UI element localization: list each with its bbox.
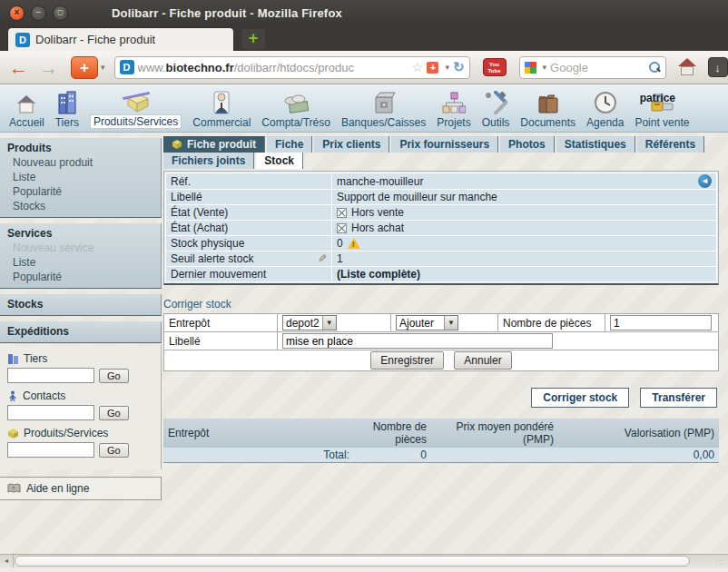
scroll-left-arrow-icon[interactable]: ◂ [0, 555, 14, 567]
search-engine-caret-icon[interactable]: ▾ [543, 63, 547, 72]
total-pmp [431, 448, 558, 463]
search-contacts-input[interactable] [7, 405, 94, 420]
search-tiers-input[interactable] [7, 368, 94, 383]
quantity-input[interactable] [610, 315, 712, 330]
sidebar-item-popularite-services[interactable]: Popularité [0, 270, 161, 284]
horizontal-scrollbar[interactable]: ◂ ∙∙∙∙∙∙ [0, 554, 728, 567]
new-tab-button[interactable]: + [241, 29, 265, 49]
minimize-window-icon[interactable]: − [31, 5, 46, 21]
sidebar-title-stocks[interactable]: Stocks [0, 297, 161, 311]
browser-tab-title: Dolibarr - Fiche produit [35, 33, 155, 46]
download-icon[interactable]: ↓ [708, 57, 728, 77]
youtube-icon[interactable]: You Tube [483, 58, 507, 76]
etat-achat-value: Hors achat [351, 222, 404, 234]
topmenu-compta[interactable]: Compta/Tréso [256, 87, 336, 129]
disabled-status-icon [337, 208, 347, 218]
scrollbar-thumb[interactable] [15, 556, 690, 567]
movement-label-input[interactable] [282, 333, 553, 349]
sidebar-block-stocks[interactable]: Stocks [0, 294, 162, 316]
search-placeholder[interactable]: Google [550, 61, 644, 74]
stock-label: Stock physique [166, 236, 332, 251]
browser-tab[interactable]: D Dolibarr - Fiche produit [7, 27, 234, 51]
home-icon[interactable] [677, 59, 697, 75]
tab-statistiques[interactable]: Statistiques [556, 136, 635, 153]
topmenu-banques[interactable]: Banques/Caisses [336, 87, 431, 129]
topmenu-documents[interactable]: Documents [515, 87, 581, 129]
logged-user-name[interactable]: patrice [640, 92, 675, 104]
help-online-label[interactable]: Aide en ligne [26, 482, 89, 495]
quick-add-caret-icon[interactable]: ▾ [101, 63, 105, 72]
safe-icon [372, 87, 396, 114]
search-products-input[interactable] [7, 442, 94, 458]
url-bar[interactable]: D www.biotechno.fr/dolibarr/htdocs/produ… [114, 56, 470, 79]
tab-stock[interactable]: Stock [256, 153, 303, 169]
liste-complete-link[interactable]: (Liste complète) [337, 268, 420, 281]
warehouse-select[interactable]: depot2 ▼ [282, 315, 337, 330]
tabs-row-2: Fichiers joints Stock [163, 153, 719, 169]
tab-prix-fournisseurs[interactable]: Prix fournisseurs [391, 136, 498, 153]
help-online[interactable]: ? Aide en ligne [0, 477, 162, 500]
tab-photos[interactable]: Photos [500, 136, 555, 153]
reload-icon[interactable]: ↻ [453, 59, 465, 75]
url-text[interactable]: www.biotechno.fr/dolibarr/htdocs/produc [138, 61, 408, 74]
tab-fichiers-joints[interactable]: Fichiers joints [163, 153, 254, 169]
search-products-go-button[interactable]: Go [99, 443, 129, 458]
search-tiers-label: Tiers [7, 350, 161, 367]
seuil-value: 1 [332, 251, 717, 267]
sidebar-item-nouveau-produit[interactable]: Nouveau produit [0, 155, 161, 170]
sidebar-title-expeditions[interactable]: Expéditions [0, 324, 161, 339]
cancel-button[interactable]: Annuler [454, 351, 511, 370]
save-button[interactable]: Enregistrer [370, 351, 444, 370]
previous-product-icon[interactable]: ◄ [698, 174, 712, 188]
google-favicon-icon [525, 62, 536, 74]
sidebar-item-stocks[interactable]: Stocks [0, 199, 161, 213]
topmenu-tiers[interactable]: Tiers [50, 87, 84, 129]
search-bar[interactable]: ▾ Google [519, 56, 666, 79]
topmenu-projets[interactable]: Projets [431, 87, 476, 129]
transfer-button[interactable]: Transférer [640, 388, 717, 408]
total-qty: 0 [354, 448, 431, 463]
edit-pencil-icon[interactable]: ✎ [318, 252, 327, 265]
close-window-icon[interactable]: × [9, 5, 25, 21]
url-dropdown-caret-icon[interactable]: ▾ [445, 63, 449, 72]
topmenu-agenda[interactable]: Agenda [581, 87, 629, 129]
correct-stock-form: Entrepôt depot2 ▼ Ajouter ▼ Nombre de [163, 313, 719, 371]
chevron-down-icon: ▼ [444, 316, 457, 330]
col-qty: Nombre de pièces [354, 419, 431, 448]
resize-grip-icon[interactable]: ∙∙∙∙∙∙ [716, 558, 725, 566]
sidebar-item-liste-services[interactable]: Liste [0, 255, 161, 270]
quick-add-button[interactable]: + [71, 56, 98, 79]
topmenu-commercial[interactable]: Commercial [187, 87, 256, 129]
action-buttons: Corriger stock Transférer [163, 388, 719, 408]
correct-stock-title: Corriger stock [163, 298, 719, 311]
search-tiers-go-button[interactable]: Go [99, 369, 129, 383]
movement-type-select[interactable]: Ajouter ▼ [396, 315, 458, 330]
search-contacts-go-button[interactable]: Go [99, 406, 129, 420]
tab-fiche-produit[interactable]: Fiche produit [163, 136, 265, 153]
etat-achat-label: État (Achat) [166, 221, 332, 236]
maximize-window-icon[interactable]: ◻ [53, 5, 68, 21]
row-libelle: Libellé Support de mouilleur sur manche [166, 190, 717, 205]
bookmark-star-icon[interactable]: ☆ [412, 60, 424, 74]
forward-button[interactable]: → [39, 58, 58, 77]
url-plus-icon[interactable]: + [427, 62, 438, 74]
sidebar-block-expeditions[interactable]: Expéditions [0, 321, 162, 343]
tab-fiche[interactable]: Fiche [267, 136, 312, 153]
topmenu-outils[interactable]: Outils [477, 87, 516, 129]
col-pmp: Prix moyen pondéré (PMP) [431, 419, 558, 448]
search-icon[interactable] [649, 62, 661, 74]
correct-stock-button[interactable]: Corriger stock [531, 388, 629, 408]
sidebar-item-liste-produits[interactable]: Liste [0, 170, 161, 184]
table-header-row: Entrepôt Nombre de pièces Prix moyen pon… [163, 419, 719, 448]
search-products-label: Produits/Services [7, 425, 161, 441]
sidebar-item-popularite-produits[interactable]: Popularité [0, 184, 161, 199]
back-button[interactable]: ← [9, 58, 28, 77]
topmenu-accueil[interactable]: Accueil [4, 87, 50, 129]
folders-icon [536, 87, 561, 114]
window-titlebar[interactable]: × − ◻ Dolibarr - Fiche produit - Mozilla… [0, 0, 728, 25]
row-etat-achat: État (Achat) Hors achat [166, 221, 717, 236]
product-card: Réf. manche-mouilleur ◄ Libellé Support … [163, 171, 719, 285]
tab-referents[interactable]: Référents [637, 136, 704, 153]
tab-prix-clients[interactable]: Prix clients [314, 136, 389, 153]
topmenu-produits-services[interactable]: Produits/Services [84, 85, 187, 129]
